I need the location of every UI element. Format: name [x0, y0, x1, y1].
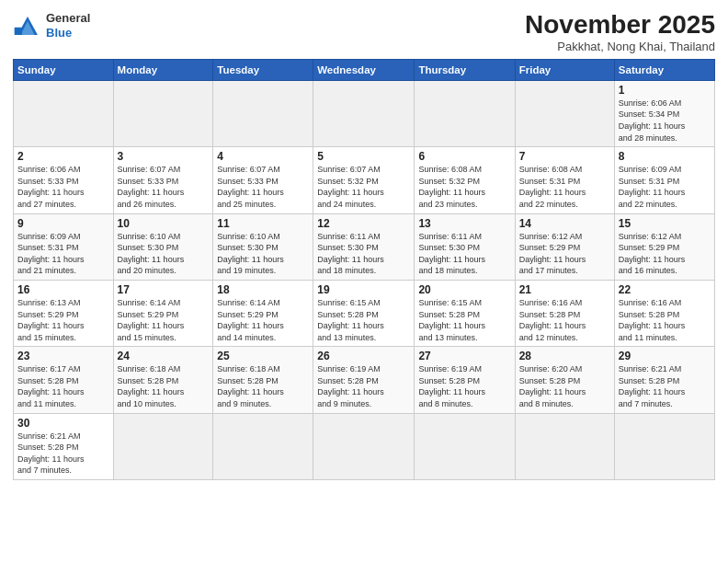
day-number: 24: [118, 350, 210, 362]
weekday-monday: Monday: [113, 59, 213, 80]
month-title: November 2025: [525, 11, 715, 40]
day-number: 23: [17, 350, 109, 362]
week-row-5: 23Sunrise: 6:17 AM Sunset: 5:28 PM Dayli…: [14, 347, 715, 413]
week-row-1: 1Sunrise: 6:06 AM Sunset: 5:34 PM Daylig…: [14, 80, 715, 146]
day-info: Sunrise: 6:06 AM Sunset: 5:33 PM Dayligh…: [17, 164, 109, 210]
day-number: 16: [17, 283, 109, 296]
page: General Blue November 2025 Pakkhat, Nong…: [0, 0, 728, 563]
logo-text: General Blue: [46, 11, 90, 40]
day-info: Sunrise: 6:09 AM Sunset: 5:31 PM Dayligh…: [619, 164, 711, 210]
day-cell: [515, 413, 614, 479]
day-info: Sunrise: 6:08 AM Sunset: 5:32 PM Dayligh…: [418, 164, 510, 210]
day-info: Sunrise: 6:17 AM Sunset: 5:28 PM Dayligh…: [17, 363, 109, 409]
day-cell: [213, 80, 313, 146]
day-info: Sunrise: 6:10 AM Sunset: 5:30 PM Dayligh…: [217, 231, 309, 277]
day-cell: 12Sunrise: 6:11 AM Sunset: 5:30 PM Dayli…: [313, 213, 415, 280]
day-info: Sunrise: 6:07 AM Sunset: 5:33 PM Dayligh…: [118, 164, 210, 210]
day-number: 29: [619, 350, 711, 362]
day-number: 20: [418, 283, 510, 296]
day-cell: 16Sunrise: 6:13 AM Sunset: 5:29 PM Dayli…: [14, 280, 114, 346]
title-block: November 2025 Pakkhat, Nong Khai, Thaila…: [525, 11, 715, 53]
day-info: Sunrise: 6:21 AM Sunset: 5:28 PM Dayligh…: [17, 431, 109, 477]
week-row-4: 16Sunrise: 6:13 AM Sunset: 5:29 PM Dayli…: [14, 280, 715, 346]
day-number: 2: [17, 150, 109, 163]
day-cell: [313, 80, 415, 146]
day-cell: 1Sunrise: 6:06 AM Sunset: 5:34 PM Daylig…: [614, 80, 714, 146]
day-number: 7: [519, 150, 610, 163]
day-cell: 28Sunrise: 6:20 AM Sunset: 5:28 PM Dayli…: [515, 347, 614, 413]
day-info: Sunrise: 6:15 AM Sunset: 5:28 PM Dayligh…: [418, 297, 510, 343]
day-info: Sunrise: 6:07 AM Sunset: 5:33 PM Dayligh…: [217, 164, 309, 210]
day-number: 12: [317, 217, 410, 230]
day-info: Sunrise: 6:12 AM Sunset: 5:29 PM Dayligh…: [519, 231, 610, 277]
day-number: 17: [118, 283, 210, 296]
day-cell: 27Sunrise: 6:19 AM Sunset: 5:28 PM Dayli…: [415, 347, 515, 413]
day-cell: [313, 413, 415, 479]
day-number: 28: [519, 350, 610, 362]
day-number: 22: [619, 283, 711, 296]
day-cell: 2Sunrise: 6:06 AM Sunset: 5:33 PM Daylig…: [14, 147, 114, 213]
weekday-thursday: Thursday: [415, 59, 515, 80]
day-info: Sunrise: 6:14 AM Sunset: 5:29 PM Dayligh…: [118, 297, 210, 343]
day-cell: 6Sunrise: 6:08 AM Sunset: 5:32 PM Daylig…: [415, 147, 515, 213]
day-number: 3: [118, 150, 210, 163]
weekday-tuesday: Tuesday: [213, 59, 313, 80]
day-cell: [213, 413, 313, 479]
weekday-wednesday: Wednesday: [313, 59, 415, 80]
logo-icon: [13, 13, 42, 39]
day-cell: 3Sunrise: 6:07 AM Sunset: 5:33 PM Daylig…: [113, 147, 213, 213]
day-cell: 29Sunrise: 6:21 AM Sunset: 5:28 PM Dayli…: [614, 347, 714, 413]
day-cell: 9Sunrise: 6:09 AM Sunset: 5:31 PM Daylig…: [14, 213, 114, 280]
day-cell: 14Sunrise: 6:12 AM Sunset: 5:29 PM Dayli…: [515, 213, 614, 280]
day-info: Sunrise: 6:21 AM Sunset: 5:28 PM Dayligh…: [619, 363, 711, 409]
day-cell: 15Sunrise: 6:12 AM Sunset: 5:29 PM Dayli…: [614, 213, 714, 280]
day-cell: 8Sunrise: 6:09 AM Sunset: 5:31 PM Daylig…: [614, 147, 714, 213]
day-number: 1: [619, 84, 711, 97]
day-number: 19: [317, 283, 410, 296]
day-cell: [415, 413, 515, 479]
day-number: 11: [217, 217, 309, 230]
day-cell: 23Sunrise: 6:17 AM Sunset: 5:28 PM Dayli…: [14, 347, 114, 413]
subtitle: Pakkhat, Nong Khai, Thailand: [525, 40, 715, 53]
day-number: 15: [619, 217, 711, 230]
weekday-sunday: Sunday: [14, 59, 114, 80]
day-cell: [113, 80, 213, 146]
day-number: 6: [418, 150, 510, 163]
day-info: Sunrise: 6:12 AM Sunset: 5:29 PM Dayligh…: [619, 231, 711, 277]
day-cell: 5Sunrise: 6:07 AM Sunset: 5:32 PM Daylig…: [313, 147, 415, 213]
day-cell: 18Sunrise: 6:14 AM Sunset: 5:29 PM Dayli…: [213, 280, 313, 346]
day-info: Sunrise: 6:18 AM Sunset: 5:28 PM Dayligh…: [217, 363, 309, 409]
day-cell: 13Sunrise: 6:11 AM Sunset: 5:30 PM Dayli…: [415, 213, 515, 280]
day-cell: 22Sunrise: 6:16 AM Sunset: 5:28 PM Dayli…: [614, 280, 714, 346]
day-number: 30: [17, 417, 109, 430]
svg-rect-2: [15, 27, 22, 34]
day-info: Sunrise: 6:08 AM Sunset: 5:31 PM Dayligh…: [519, 164, 610, 210]
day-cell: 25Sunrise: 6:18 AM Sunset: 5:28 PM Dayli…: [213, 347, 313, 413]
week-row-2: 2Sunrise: 6:06 AM Sunset: 5:33 PM Daylig…: [14, 147, 715, 213]
day-number: 13: [418, 217, 510, 230]
weekday-friday: Friday: [515, 59, 614, 80]
day-info: Sunrise: 6:14 AM Sunset: 5:29 PM Dayligh…: [217, 297, 309, 343]
day-info: Sunrise: 6:19 AM Sunset: 5:28 PM Dayligh…: [317, 363, 410, 409]
day-number: 18: [217, 283, 309, 296]
day-info: Sunrise: 6:13 AM Sunset: 5:29 PM Dayligh…: [17, 297, 109, 343]
day-number: 25: [217, 350, 309, 362]
day-number: 9: [17, 217, 109, 230]
day-cell: [113, 413, 213, 479]
day-info: Sunrise: 6:18 AM Sunset: 5:28 PM Dayligh…: [118, 363, 210, 409]
day-number: 14: [519, 217, 610, 230]
day-number: 26: [317, 350, 410, 362]
day-info: Sunrise: 6:11 AM Sunset: 5:30 PM Dayligh…: [418, 231, 510, 277]
calendar: SundayMondayTuesdayWednesdayThursdayFrid…: [13, 59, 715, 480]
day-number: 10: [118, 217, 210, 230]
day-cell: 4Sunrise: 6:07 AM Sunset: 5:33 PM Daylig…: [213, 147, 313, 213]
day-info: Sunrise: 6:07 AM Sunset: 5:32 PM Dayligh…: [317, 164, 410, 210]
day-info: Sunrise: 6:15 AM Sunset: 5:28 PM Dayligh…: [317, 297, 410, 343]
day-number: 4: [217, 150, 309, 163]
day-cell: 17Sunrise: 6:14 AM Sunset: 5:29 PM Dayli…: [113, 280, 213, 346]
day-cell: 21Sunrise: 6:16 AM Sunset: 5:28 PM Dayli…: [515, 280, 614, 346]
week-row-6: 30Sunrise: 6:21 AM Sunset: 5:28 PM Dayli…: [14, 413, 715, 479]
day-info: Sunrise: 6:10 AM Sunset: 5:30 PM Dayligh…: [118, 231, 210, 277]
day-cell: [415, 80, 515, 146]
day-info: Sunrise: 6:19 AM Sunset: 5:28 PM Dayligh…: [418, 363, 510, 409]
